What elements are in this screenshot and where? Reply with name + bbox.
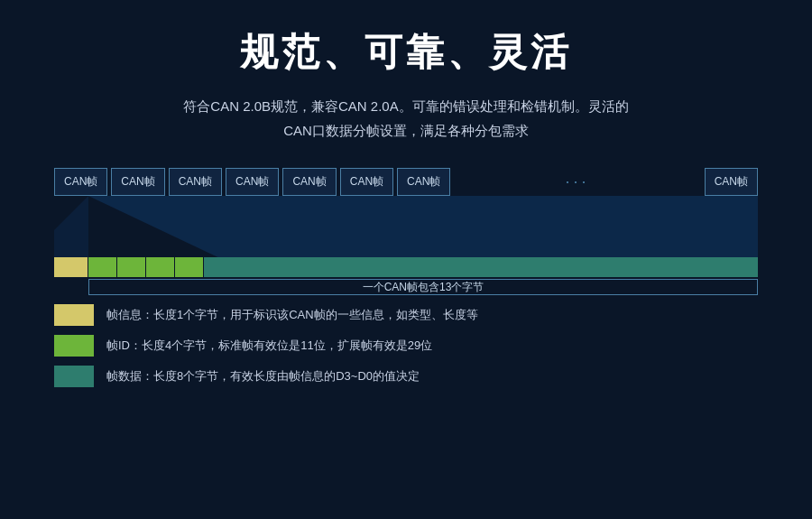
can-frame-6: CAN帧	[340, 168, 393, 196]
can-frame-1: CAN帧	[54, 168, 107, 196]
legend-text-3: 帧数据：长度8个字节，有效长度由帧信息的D3~D0的值决定	[106, 367, 420, 385]
legend-text-2: 帧ID：长度4个字节，标准帧有效位是11位，扩展帧有效是29位	[106, 337, 432, 355]
page-title: 规范、可靠、灵活	[240, 27, 572, 78]
can-frame-7: CAN帧	[397, 168, 450, 196]
subtitle: 符合CAN 2.0B规范，兼容CAN 2.0A。可靠的错误处理和检错机制。灵活的…	[183, 94, 628, 143]
legend-color-yellow	[54, 304, 94, 326]
can-frame-4: CAN帧	[226, 168, 279, 196]
trapezoid-svg	[54, 196, 758, 261]
bar-green-4	[175, 257, 204, 277]
svg-marker-0	[88, 196, 758, 261]
subtitle-line2: CAN口数据分帧设置，满足各种分包需求	[183, 118, 628, 143]
can-frame-last: CAN帧	[705, 168, 758, 196]
bar-green-3	[146, 257, 175, 277]
page: 规范、可靠、灵活 符合CAN 2.0B规范，兼容CAN 2.0A。可靠的错误处理…	[0, 0, 812, 519]
legend-color-green	[54, 335, 94, 357]
svg-marker-1	[54, 196, 88, 261]
bar-yellow	[54, 257, 88, 277]
bar-green-1	[88, 257, 117, 277]
diagram: 一个CAN帧包含13个字节	[54, 196, 758, 295]
bar-label: 一个CAN帧包含13个字节	[88, 279, 758, 295]
can-frame-5: CAN帧	[282, 168, 336, 196]
can-frame-2: CAN帧	[111, 168, 164, 196]
bar-teal	[204, 257, 758, 277]
legend-item-3: 帧数据：长度8个字节，有效长度由帧信息的D3~D0的值决定	[54, 366, 758, 387]
frames-row: CAN帧 CAN帧 CAN帧 CAN帧 CAN帧 CAN帧 CAN帧 ··· C…	[54, 168, 758, 196]
ellipsis: ···	[454, 172, 700, 191]
legend-item-1: 帧信息：长度1个字节，用于标识该CAN帧的一些信息，如类型、长度等	[54, 304, 758, 326]
color-bar	[54, 257, 758, 277]
bar-green-2	[117, 257, 146, 277]
legend-color-teal	[54, 366, 94, 387]
legend-item-2: 帧ID：长度4个字节，标准帧有效位是11位，扩展帧有效是29位	[54, 335, 758, 357]
can-frame-3: CAN帧	[169, 168, 222, 196]
legend-text-1: 帧信息：长度1个字节，用于标识该CAN帧的一些信息，如类型、长度等	[106, 306, 478, 324]
legend: 帧信息：长度1个字节，用于标识该CAN帧的一些信息，如类型、长度等 帧ID：长度…	[54, 304, 758, 387]
subtitle-line1: 符合CAN 2.0B规范，兼容CAN 2.0A。可靠的错误处理和检错机制。灵活的	[183, 94, 628, 118]
